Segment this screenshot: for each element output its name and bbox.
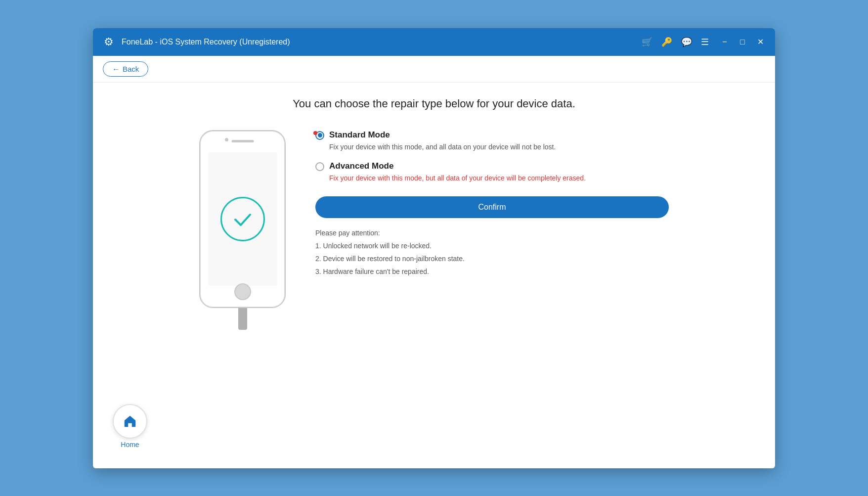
back-label: Back [123,65,139,73]
advanced-mode-label: Advanced Mode [329,161,393,171]
checkmark-svg [230,207,255,231]
home-icon [123,414,137,429]
cart-icon[interactable]: 🛒 [642,37,652,47]
attention-item-2: 2. Device will be restored to non-jailbr… [315,255,669,263]
confirm-button[interactable]: Confirm [315,196,669,218]
standard-mode-label: Standard Mode [329,130,390,140]
standard-mode-block: Standard Mode Fix your device with this … [315,130,669,152]
home-label: Home [121,441,139,449]
attention-list: 1. Unlocked network will be re-locked. 2… [315,242,669,275]
footer-area: Home [113,404,147,449]
page-title: You can choose the repair type below for… [293,97,575,110]
red-dot-indicator [313,131,317,135]
checkmark-circle [220,197,265,241]
menu-icon[interactable]: ☰ [701,37,709,47]
phone-cable [238,308,247,330]
phone-camera [225,138,228,141]
app-title: FoneLab - iOS System Recovery (Unregiste… [122,38,642,46]
attention-section: Please pay attention: 1. Unlocked networ… [315,229,669,275]
advanced-mode-header[interactable]: Advanced Mode [315,161,669,171]
content-area: You can choose the repair type below for… [93,83,775,345]
phone-frame [199,130,286,308]
back-arrow-icon: ← [112,65,120,73]
attention-item-1: 1. Unlocked network will be re-locked. [315,242,669,250]
phone-screen [208,152,277,286]
titlebar: ⚙ FoneLab - iOS System Recovery (Unregis… [93,28,775,56]
standard-mode-description: Fix your device with this mode, and all … [329,142,669,152]
attention-title: Please pay attention: [315,229,669,237]
toolbar: ← Back [93,56,775,83]
key-icon[interactable]: 🔑 [661,37,672,47]
back-button[interactable]: ← Back [103,61,148,77]
window-controls: − □ ✕ [718,35,767,49]
advanced-mode-block: Advanced Mode Fix your device with this … [315,161,669,183]
maximize-button[interactable]: □ [736,35,749,49]
titlebar-actions: 🛒 🔑 💬 ☰ [642,37,709,47]
home-circle [113,404,147,439]
standard-mode-header[interactable]: Standard Mode [315,130,669,140]
window-content: You can choose the repair type below for… [93,83,775,468]
chat-icon[interactable]: 💬 [681,37,692,47]
attention-item-3: 3. Hardware failure can't be repaired. [315,268,669,275]
home-button-container[interactable]: Home [113,404,147,449]
minimize-button[interactable]: − [718,35,732,49]
main-window: ⚙ FoneLab - iOS System Recovery (Unregis… [93,28,775,468]
app-icon: ⚙ [101,34,117,50]
close-button[interactable]: ✕ [753,35,767,49]
phone-speaker [231,140,254,142]
advanced-mode-description: Fix your device with this mode, but all … [329,173,669,183]
main-area: Standard Mode Fix your device with this … [199,130,669,330]
phone-illustration [199,130,286,330]
phone-home-button [234,283,251,300]
advanced-mode-radio[interactable] [315,162,324,171]
options-panel: Standard Mode Fix your device with this … [315,130,669,275]
